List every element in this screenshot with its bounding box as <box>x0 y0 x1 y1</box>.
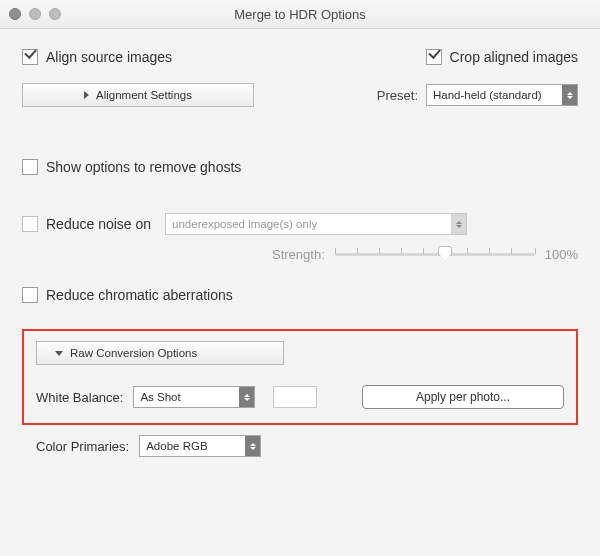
alignment-settings-label: Alignment Settings <box>96 89 192 101</box>
select-caret-icon <box>562 85 577 105</box>
reduce-noise-label: Reduce noise on <box>46 216 151 232</box>
raw-conversion-options-label: Raw Conversion Options <box>70 347 197 359</box>
preset-select[interactable]: Hand-held (standard) <box>426 84 578 106</box>
apply-per-photo-label: Apply per photo... <box>416 390 510 404</box>
crop-aligned-images-checkbox[interactable] <box>426 49 442 65</box>
color-primaries-label: Color Primaries: <box>36 439 129 454</box>
crop-aligned-images-label: Crop aligned images <box>450 49 578 65</box>
strength-value: 100% <box>545 247 578 262</box>
minimize-icon[interactable] <box>29 8 41 20</box>
preset-label: Preset: <box>377 88 418 103</box>
show-ghost-options-checkbox[interactable] <box>22 159 38 175</box>
chevron-right-icon <box>84 91 89 99</box>
select-caret-icon <box>245 436 260 456</box>
window-traffic-lights <box>9 8 61 20</box>
select-caret-icon <box>239 387 254 407</box>
raw-conversion-options-button[interactable]: Raw Conversion Options <box>36 341 284 365</box>
apply-per-photo-button[interactable]: Apply per photo... <box>362 385 564 409</box>
align-source-images-label: Align source images <box>46 49 172 65</box>
zoom-icon[interactable] <box>49 8 61 20</box>
raw-conversion-highlight: Raw Conversion Options White Balance: As… <box>22 329 578 425</box>
close-icon[interactable] <box>9 8 21 20</box>
color-primaries-select[interactable]: Adobe RGB <box>139 435 261 457</box>
color-primaries-value: Adobe RGB <box>140 440 245 452</box>
window-titlebar: Merge to HDR Options <box>0 0 600 29</box>
white-balance-label: White Balance: <box>36 390 123 405</box>
reduce-chromatic-checkbox[interactable] <box>22 287 38 303</box>
reduce-chromatic-label: Reduce chromatic aberrations <box>46 287 233 303</box>
chevron-down-icon <box>55 351 63 356</box>
select-caret-icon <box>451 214 466 234</box>
slider-thumb[interactable] <box>438 246 452 262</box>
window-title: Merge to HDR Options <box>0 7 600 22</box>
align-source-images-checkbox[interactable] <box>22 49 38 65</box>
strength-slider[interactable] <box>335 245 535 263</box>
reduce-noise-scope-value: underexposed image(s) only <box>166 218 451 230</box>
reduce-noise-checkbox[interactable] <box>22 216 38 232</box>
strength-label: Strength: <box>272 247 325 262</box>
white-balance-select[interactable]: As Shot <box>133 386 255 408</box>
slider-track <box>335 253 535 256</box>
white-balance-input[interactable] <box>273 386 317 408</box>
reduce-noise-scope-select[interactable]: underexposed image(s) only <box>165 213 467 235</box>
show-ghost-options-label: Show options to remove ghosts <box>46 159 241 175</box>
alignment-settings-button[interactable]: Alignment Settings <box>22 83 254 107</box>
white-balance-value: As Shot <box>134 391 239 403</box>
preset-value: Hand-held (standard) <box>427 89 562 101</box>
